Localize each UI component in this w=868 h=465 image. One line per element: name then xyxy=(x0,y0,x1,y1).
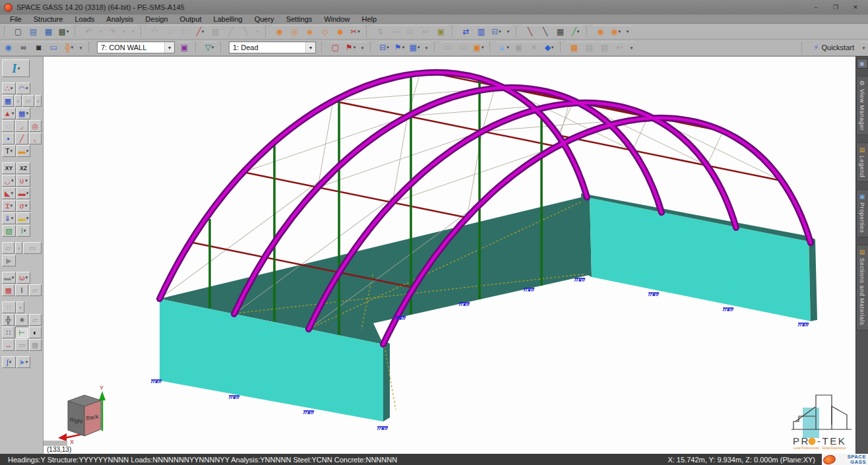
datasheets-button[interactable]: ▦ xyxy=(553,25,568,38)
model-viewport[interactable]: Y X Right Back xyxy=(44,56,855,454)
close-button[interactable]: ✕ xyxy=(847,3,864,13)
select-polygon-button[interactable]: ◇ xyxy=(317,25,332,38)
menu-window[interactable]: Window xyxy=(318,15,356,24)
clean-model-button[interactable]: ╱▾ xyxy=(568,25,583,38)
support-roller-button[interactable]: ◡▾ xyxy=(2,175,16,187)
select-region-button[interactable]: ◈ xyxy=(302,25,317,38)
ruler-button[interactable]: ▭ xyxy=(46,42,61,54)
panel-tab-properties[interactable]: ▣Properties xyxy=(856,189,868,237)
run-analysis-button[interactable]: ▶ xyxy=(2,255,16,266)
member-stress-button[interactable]: σ▾ xyxy=(16,200,30,212)
move-origin-button[interactable]: ╬▾ xyxy=(61,42,77,54)
transform-dropdown[interactable]: ▾ xyxy=(504,25,512,38)
text-annotation-button[interactable]: T▾ xyxy=(2,145,16,157)
panel-tab-legend[interactable]: ▤Legend xyxy=(856,142,868,182)
plane-xz-button[interactable]: XZ xyxy=(16,162,30,174)
render-sections-button[interactable]: I▾ xyxy=(16,225,30,237)
load-display-button[interactable]: ⚑▾ xyxy=(343,42,358,54)
viewport-dropdown[interactable]: ▾ xyxy=(627,42,636,54)
node-numbers-button[interactable]: ▢ xyxy=(328,42,343,54)
section-shape-library-button[interactable]: I▾ xyxy=(2,59,30,77)
open-file-button[interactable]: ▤ xyxy=(26,25,41,38)
subdivide-members-button[interactable]: ▪ xyxy=(2,133,15,144)
layer-combo[interactable]: 7: CON WALL▾ xyxy=(97,42,175,53)
load-display-dropdown[interactable]: ▾ xyxy=(358,42,367,54)
view-tools-dropdown[interactable]: ▾ xyxy=(77,42,85,54)
member-intersect-button[interactable]: ◞ xyxy=(15,120,28,132)
dimension-display-button[interactable]: ↔ xyxy=(2,339,15,351)
render-mode-button[interactable]: ▲▾ xyxy=(496,42,511,54)
filter-button[interactable]: ▽▾ xyxy=(202,42,217,54)
panel-tab-view-manager[interactable]: ⚙View Manager xyxy=(856,76,868,135)
restore-button[interactable]: ❐ xyxy=(827,3,844,13)
panel-tab-sections-and-materials[interactable]: ▤Sections and Materials xyxy=(856,245,868,330)
reset-view-button[interactable]: ◉ xyxy=(1,42,16,54)
new-file-button[interactable]: ▢ xyxy=(11,25,26,38)
load-case-combo[interactable]: 1: Dead▾ xyxy=(229,42,316,53)
quick-wand-button[interactable]: ╲ xyxy=(522,25,538,38)
beam-section-button[interactable]: Ɪ▾ xyxy=(2,200,16,212)
select-single-button[interactable]: ◉ xyxy=(272,25,287,38)
grid-settings-button[interactable]: ▦ xyxy=(2,95,14,107)
auto-hide-button[interactable]: ▣ xyxy=(857,59,868,69)
menu-design[interactable]: Design xyxy=(139,15,173,24)
copy-node-properties-button[interactable]: ◉ xyxy=(593,25,608,38)
snap-grid-button[interactable]: ▦▾ xyxy=(16,108,30,119)
menu-loads[interactable]: Loads xyxy=(69,15,100,24)
snapshot-button[interactable]: ◙ xyxy=(31,42,46,54)
menu-structure[interactable]: Structure xyxy=(28,15,69,24)
save-file-button[interactable]: ▦ xyxy=(41,25,56,38)
quickstart-dropdown[interactable]: ▾ xyxy=(859,42,868,54)
axis-cube[interactable]: Y X Right Back xyxy=(58,385,106,445)
export-view-button[interactable]: ∫▾ xyxy=(2,356,16,368)
menu-help[interactable]: Help xyxy=(356,15,383,24)
copy-dropdown[interactable]: ▾ xyxy=(623,25,632,38)
display-axes-button[interactable]: ✳ xyxy=(15,314,28,326)
local-axes-button[interactable]: ⊢ xyxy=(15,326,28,338)
delete-basket-button[interactable]: ▣ xyxy=(433,25,449,38)
bending-diagram-button[interactable]: ▦ xyxy=(2,284,15,296)
viewports-button[interactable]: ▦ xyxy=(567,42,582,54)
find-button[interactable]: ∞ xyxy=(16,42,31,54)
snap-points-button[interactable]: ∷ xyxy=(2,326,15,338)
renumber-button[interactable]: ▥ xyxy=(474,25,489,38)
section-properties-button[interactable]: ▬▾ xyxy=(16,145,30,157)
copy-graphics-button[interactable]: ▣▾ xyxy=(471,42,486,54)
member-releases-button[interactable]: ◣▾ xyxy=(2,187,16,199)
contrast-toggle-button[interactable]: ◐ xyxy=(29,326,42,338)
view-3d-button[interactable]: ◆▾ xyxy=(542,42,557,54)
display-dropdown[interactable]: ▾ xyxy=(422,42,431,54)
support-fixed-button[interactable]: ∪▾ xyxy=(16,175,30,187)
measure-wand-button[interactable]: ╲ xyxy=(538,25,553,38)
node-coordinates-button[interactable]: ∴▾ xyxy=(2,82,16,94)
menu-settings[interactable]: Settings xyxy=(280,15,319,24)
load-case-combo-arrow[interactable]: ▾ xyxy=(305,42,315,53)
menu-analysis[interactable]: Analysis xyxy=(100,15,139,24)
menu-output[interactable]: Output xyxy=(174,15,208,24)
copy-member-properties-button[interactable]: ◉▾ xyxy=(608,25,623,38)
quickstart-button[interactable]: ⚡Quickstart xyxy=(808,42,859,54)
deflection-display-button[interactable]: ▬▾ xyxy=(2,272,16,284)
node-zoom-button[interactable]: ◎ xyxy=(29,120,42,132)
draw-polyline-button[interactable]: ◟ xyxy=(29,133,42,144)
cut-members-button[interactable]: ✂▾ xyxy=(348,25,363,38)
selection-cursor-button[interactable]: ➤▾ xyxy=(16,356,30,368)
swap-members-button[interactable]: ⇄ xyxy=(458,25,474,38)
plane-xy-button[interactable]: XY xyxy=(2,162,16,174)
layer-combo-arrow[interactable]: ▾ xyxy=(164,42,174,53)
annotations-button[interactable]: ⚑▾ xyxy=(392,42,407,54)
member-offsets-button[interactable]: ▬▾ xyxy=(16,187,30,199)
menu-query[interactable]: Query xyxy=(249,15,280,24)
node-display-button[interactable]: ▦▾ xyxy=(407,42,422,54)
select-add-button[interactable]: ◎ xyxy=(287,25,302,38)
area-loads-button[interactable]: ▬▾ xyxy=(16,212,30,224)
render-filled-button[interactable]: ▧ xyxy=(2,225,16,237)
moment-display-button[interactable]: ω▾ xyxy=(16,272,30,284)
select-all-button[interactable]: ◆ xyxy=(332,25,348,38)
axial-diagram-button[interactable]: I xyxy=(15,284,28,296)
minimize-button[interactable]: – xyxy=(807,3,824,13)
print-button[interactable]: ▩▾ xyxy=(56,25,71,38)
menu-file[interactable]: File xyxy=(4,15,28,24)
menu-labelling[interactable]: Labelling xyxy=(208,15,249,24)
point-loads-button[interactable]: ⇓▾ xyxy=(2,212,16,224)
